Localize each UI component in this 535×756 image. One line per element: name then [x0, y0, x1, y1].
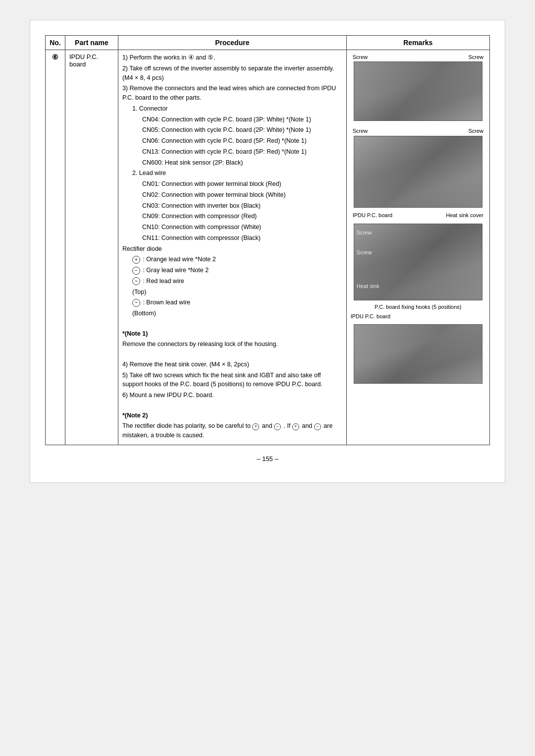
- cn11: CN11: Connection with compressor (Black): [122, 233, 342, 243]
- remarks-cell: Screw Screw Screw Screw: [346, 50, 489, 445]
- photo2-label-right: Screw: [468, 127, 483, 135]
- procedure-content: 1) Perform the works in ④ and ⑤. 2) Take…: [122, 53, 342, 440]
- note1-header: *(Note 1): [122, 329, 342, 339]
- note2-text: The rectifier diode has polarity, so be …: [122, 421, 342, 440]
- photo-block-1: Screw Screw: [351, 53, 485, 123]
- heatsink-label: Heat sink: [357, 283, 379, 290]
- step4: 4) Remove the heat sink cover. (M4 × 8, …: [122, 360, 342, 369]
- procedure-cell: 1) Perform the works in ④ and ⑤. 2) Take…: [118, 50, 346, 445]
- photo-block-2: Screw Screw IPDU P.C. board Heat sink co…: [351, 127, 485, 220]
- photo5-label: IPDU P.C. board: [351, 313, 485, 320]
- cn03: CN03: Connection with inverter box (Blac…: [122, 201, 342, 211]
- note2-header: *(Note 2): [122, 411, 342, 420]
- photo3-caption: P.C. board fixing hooks (5 positions): [351, 303, 485, 311]
- main-table: No. Part name Procedure Remarks ⑥ IPDU P…: [45, 35, 490, 445]
- top-label: (Top): [122, 288, 342, 297]
- rect-header: Rectifier diode: [122, 244, 342, 254]
- wave-symbol-bottom: ~: [132, 299, 140, 307]
- cn02: CN02: Connection with power terminal blo…: [122, 190, 342, 200]
- rect-plus: + : Orange lead wire *Note 2: [122, 255, 342, 264]
- note1-text: Remove the connectors by releasing lock …: [122, 340, 342, 349]
- step5: 5) Take off two screws which fix the hea…: [122, 371, 342, 390]
- cn06: CN06: Connection with cycle P.C. board (…: [122, 136, 342, 146]
- screw-label-1: Screw: [357, 229, 372, 236]
- bottom-label: (Bottom): [122, 309, 342, 318]
- row-number: ⑥: [46, 50, 65, 445]
- connector-header: 1. Connector: [122, 104, 342, 114]
- step3: 3) Remove the connectors and the lead wi…: [122, 84, 342, 103]
- photo3: Screw Screw Heat sink: [354, 224, 482, 300]
- remarks-content: Screw Screw Screw Screw: [351, 53, 485, 386]
- photo2: [354, 136, 482, 208]
- photo2-inner: [354, 136, 482, 207]
- photo2-label-left: Screw: [353, 127, 368, 135]
- photo1-label-right: Screw: [468, 54, 483, 61]
- photo4: [354, 324, 482, 384]
- photo-block-3: Screw Screw Heat sink P.C. board fixing …: [351, 224, 485, 320]
- part-name: IPDU P.C. board: [65, 50, 118, 445]
- footer-page: – 155 –: [45, 455, 490, 463]
- header-no: No.: [46, 36, 65, 50]
- cn01: CN01: Connection with power terminal blo…: [122, 179, 342, 189]
- photo3-label-right: Heat sink cover: [446, 212, 483, 219]
- photo3-labels: IPDU P.C. board Heat sink cover: [351, 211, 485, 220]
- table-row: ⑥ IPDU P.C. board 1) Perform the works i…: [46, 50, 490, 445]
- screw-label-2: Screw: [357, 249, 372, 256]
- minus-symbol: −: [132, 267, 140, 275]
- cn09: CN09: Connection with compressor (Red): [122, 212, 342, 221]
- step2: 2) Take off screws of the inverter assem…: [122, 64, 342, 83]
- cn04: CN04: Connection with cycle P.C. board (…: [122, 115, 342, 124]
- step1: 1) Perform the works in ④ and ⑤.: [122, 53, 342, 62]
- photo4-inner: [354, 325, 482, 383]
- header-remarks: Remarks: [346, 36, 489, 50]
- photo1-labels: Screw Screw: [351, 53, 485, 61]
- cn600: CN600: Heat sink sensor (2P: Black): [122, 158, 342, 168]
- cn13: CN13: Connection with cycle P.C. board (…: [122, 147, 342, 157]
- header-part: Part name: [65, 36, 118, 50]
- plus-sym-inline2: +: [292, 423, 299, 430]
- photo1: [354, 61, 482, 121]
- wave-symbol-top: ~: [132, 277, 140, 285]
- cn10: CN10: Connection with compressor (White): [122, 223, 342, 232]
- photo-block-4: [351, 324, 485, 386]
- minus-sym-inline: −: [274, 423, 281, 430]
- minus-sym-inline2: −: [314, 423, 321, 430]
- page: No. Part name Procedure Remarks ⑥ IPDU P…: [30, 20, 505, 483]
- plus-symbol: +: [132, 256, 140, 264]
- rect-minus: − : Gray lead wire *Note 2: [122, 266, 342, 275]
- cn05: CN05: Connection with cycle P.C. board (…: [122, 125, 342, 135]
- header-proc: Procedure: [118, 36, 346, 50]
- photo3-label-left: IPDU P.C. board: [353, 212, 393, 219]
- plus-sym-inline: +: [252, 423, 259, 430]
- leadwire-header: 2. Lead wire: [122, 169, 342, 178]
- step6: 6) Mount a new IPDU P.C. board.: [122, 391, 342, 400]
- photo1-label-left: Screw: [353, 54, 368, 61]
- rect-wave-bottom: ~ : Brown lead wire: [122, 298, 342, 307]
- photo2-labels: Screw Screw: [351, 127, 485, 135]
- rect-wave-top: ~ : Red lead wire: [122, 277, 342, 286]
- photo1-inner: [354, 62, 482, 120]
